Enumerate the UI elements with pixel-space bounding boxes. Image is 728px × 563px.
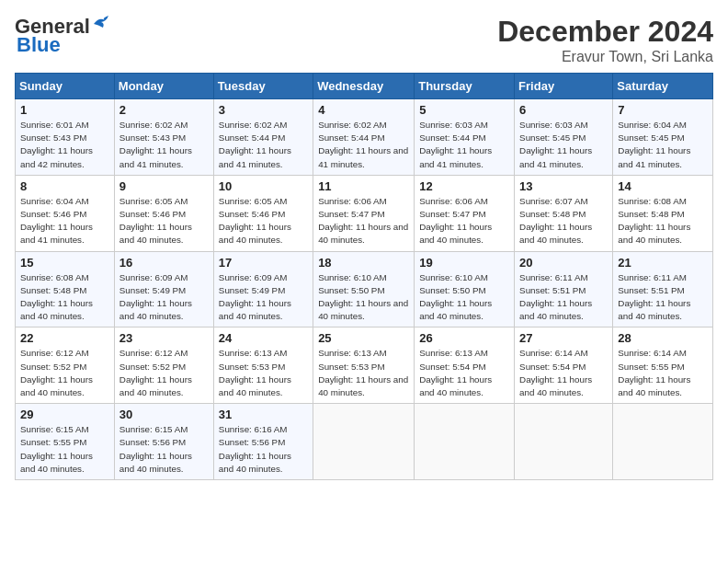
col-monday: Monday xyxy=(114,74,213,99)
day-info: Sunrise: 6:12 AM Sunset: 5:52 PM Dayligh… xyxy=(119,347,209,399)
calendar-header-row: Sunday Monday Tuesday Wednesday Thursday… xyxy=(16,74,713,99)
calendar-day-cell: 21 Sunrise: 6:11 AM Sunset: 5:51 PM Dayl… xyxy=(613,251,713,327)
day-info: Sunrise: 6:07 AM Sunset: 5:48 PM Dayligh… xyxy=(519,195,608,247)
title-block: December 2024 Eravur Town, Sri Lanka xyxy=(497,15,713,65)
calendar-day-cell: 24 Sunrise: 6:13 AM Sunset: 5:53 PM Dayl… xyxy=(213,327,313,404)
calendar-day-cell: 30 Sunrise: 6:15 AM Sunset: 5:56 PM Dayl… xyxy=(114,404,213,480)
day-number: 7 xyxy=(618,103,708,117)
calendar-day-cell: 5 Sunrise: 6:03 AM Sunset: 5:44 PM Dayli… xyxy=(415,99,515,176)
day-number: 9 xyxy=(119,179,209,193)
day-info: Sunrise: 6:09 AM Sunset: 5:49 PM Dayligh… xyxy=(119,271,209,324)
day-number: 27 xyxy=(519,331,608,345)
day-info: Sunrise: 6:10 AM Sunset: 5:50 PM Dayligh… xyxy=(419,271,509,324)
day-number: 5 xyxy=(419,103,509,117)
day-number: 22 xyxy=(20,331,109,345)
day-number: 28 xyxy=(618,331,708,345)
col-friday: Friday xyxy=(515,74,613,99)
calendar-day-cell: 16 Sunrise: 6:09 AM Sunset: 5:49 PM Dayl… xyxy=(114,251,213,327)
calendar-day-cell: 10 Sunrise: 6:05 AM Sunset: 5:46 PM Dayl… xyxy=(213,175,313,251)
day-info: Sunrise: 6:03 AM Sunset: 5:44 PM Dayligh… xyxy=(419,119,509,171)
day-info: Sunrise: 6:09 AM Sunset: 5:49 PM Dayligh… xyxy=(219,271,308,324)
day-info: Sunrise: 6:10 AM Sunset: 5:50 PM Dayligh… xyxy=(318,271,409,324)
day-info: Sunrise: 6:16 AM Sunset: 5:56 PM Dayligh… xyxy=(219,423,308,476)
day-number: 25 xyxy=(318,331,409,345)
calendar-week-row: 8 Sunrise: 6:04 AM Sunset: 5:46 PM Dayli… xyxy=(16,175,713,251)
day-info: Sunrise: 6:15 AM Sunset: 5:56 PM Dayligh… xyxy=(119,423,209,476)
day-number: 17 xyxy=(219,256,308,270)
calendar-day-cell: 11 Sunrise: 6:06 AM Sunset: 5:47 PM Dayl… xyxy=(313,175,415,251)
page-subtitle: Eravur Town, Sri Lanka xyxy=(497,49,713,65)
calendar-day-cell: 27 Sunrise: 6:14 AM Sunset: 5:54 PM Dayl… xyxy=(515,327,613,404)
day-number: 31 xyxy=(219,408,308,421)
day-info: Sunrise: 6:11 AM Sunset: 5:51 PM Dayligh… xyxy=(519,271,608,324)
day-number: 16 xyxy=(119,256,209,270)
calendar-week-row: 29 Sunrise: 6:15 AM Sunset: 5:55 PM Dayl… xyxy=(16,404,713,480)
calendar-week-row: 15 Sunrise: 6:08 AM Sunset: 5:48 PM Dayl… xyxy=(16,251,713,327)
day-info: Sunrise: 6:05 AM Sunset: 5:46 PM Dayligh… xyxy=(119,195,209,247)
col-tuesday: Tuesday xyxy=(213,74,313,99)
calendar-day-cell: 19 Sunrise: 6:10 AM Sunset: 5:50 PM Dayl… xyxy=(415,251,515,327)
day-number: 1 xyxy=(20,103,109,117)
day-info: Sunrise: 6:12 AM Sunset: 5:52 PM Dayligh… xyxy=(20,347,109,399)
day-number: 26 xyxy=(419,331,509,345)
calendar-day-cell: 2 Sunrise: 6:02 AM Sunset: 5:43 PM Dayli… xyxy=(114,99,213,176)
day-info: Sunrise: 6:01 AM Sunset: 5:43 PM Dayligh… xyxy=(20,119,109,171)
logo: General Blue xyxy=(15,15,112,57)
calendar-day-cell: 22 Sunrise: 6:12 AM Sunset: 5:52 PM Dayl… xyxy=(16,327,115,404)
logo-blue: Blue xyxy=(17,33,61,57)
day-number: 18 xyxy=(318,256,409,270)
calendar-day-cell xyxy=(613,404,713,480)
day-number: 3 xyxy=(219,103,308,117)
day-number: 11 xyxy=(318,179,409,193)
calendar-day-cell: 1 Sunrise: 6:01 AM Sunset: 5:43 PM Dayli… xyxy=(16,99,115,176)
col-sunday: Sunday xyxy=(16,74,115,99)
day-info: Sunrise: 6:08 AM Sunset: 5:48 PM Dayligh… xyxy=(618,195,708,247)
calendar-day-cell: 28 Sunrise: 6:14 AM Sunset: 5:55 PM Dayl… xyxy=(613,327,713,404)
day-number: 8 xyxy=(20,179,109,193)
calendar-day-cell: 9 Sunrise: 6:05 AM Sunset: 5:46 PM Dayli… xyxy=(114,175,213,251)
calendar-day-cell: 31 Sunrise: 6:16 AM Sunset: 5:56 PM Dayl… xyxy=(213,404,313,480)
day-number: 13 xyxy=(519,179,608,193)
day-info: Sunrise: 6:06 AM Sunset: 5:47 PM Dayligh… xyxy=(419,195,509,247)
calendar-day-cell: 7 Sunrise: 6:04 AM Sunset: 5:45 PM Dayli… xyxy=(613,99,713,176)
day-info: Sunrise: 6:11 AM Sunset: 5:51 PM Dayligh… xyxy=(618,271,708,324)
day-info: Sunrise: 6:06 AM Sunset: 5:47 PM Dayligh… xyxy=(318,195,409,247)
day-info: Sunrise: 6:02 AM Sunset: 5:43 PM Dayligh… xyxy=(119,119,209,171)
calendar-day-cell: 26 Sunrise: 6:13 AM Sunset: 5:54 PM Dayl… xyxy=(415,327,515,404)
day-info: Sunrise: 6:13 AM Sunset: 5:54 PM Dayligh… xyxy=(419,347,509,399)
day-number: 24 xyxy=(219,331,308,345)
col-thursday: Thursday xyxy=(415,74,515,99)
calendar-day-cell: 4 Sunrise: 6:02 AM Sunset: 5:44 PM Dayli… xyxy=(313,99,415,176)
calendar-day-cell: 29 Sunrise: 6:15 AM Sunset: 5:55 PM Dayl… xyxy=(16,404,115,480)
calendar-day-cell: 3 Sunrise: 6:02 AM Sunset: 5:44 PM Dayli… xyxy=(213,99,313,176)
col-saturday: Saturday xyxy=(613,74,713,99)
page-header: General Blue December 2024 Eravur Town, … xyxy=(15,15,713,65)
day-info: Sunrise: 6:05 AM Sunset: 5:46 PM Dayligh… xyxy=(219,195,308,247)
calendar-day-cell: 25 Sunrise: 6:13 AM Sunset: 5:53 PM Dayl… xyxy=(313,327,415,404)
calendar-day-cell: 14 Sunrise: 6:08 AM Sunset: 5:48 PM Dayl… xyxy=(613,175,713,251)
day-number: 23 xyxy=(119,331,209,345)
day-number: 10 xyxy=(219,179,308,193)
calendar-day-cell: 15 Sunrise: 6:08 AM Sunset: 5:48 PM Dayl… xyxy=(16,251,115,327)
day-number: 6 xyxy=(519,103,608,117)
day-info: Sunrise: 6:04 AM Sunset: 5:45 PM Dayligh… xyxy=(618,119,708,171)
calendar-table: Sunday Monday Tuesday Wednesday Thursday… xyxy=(15,73,713,480)
calendar-day-cell: 23 Sunrise: 6:12 AM Sunset: 5:52 PM Dayl… xyxy=(114,327,213,404)
day-number: 2 xyxy=(119,103,209,117)
calendar-day-cell xyxy=(515,404,613,480)
day-info: Sunrise: 6:13 AM Sunset: 5:53 PM Dayligh… xyxy=(318,347,409,399)
day-info: Sunrise: 6:13 AM Sunset: 5:53 PM Dayligh… xyxy=(219,347,308,399)
calendar-day-cell: 18 Sunrise: 6:10 AM Sunset: 5:50 PM Dayl… xyxy=(313,251,415,327)
day-number: 29 xyxy=(20,408,109,421)
day-number: 20 xyxy=(519,256,608,270)
day-info: Sunrise: 6:03 AM Sunset: 5:45 PM Dayligh… xyxy=(519,119,608,171)
day-number: 12 xyxy=(419,179,509,193)
day-number: 19 xyxy=(419,256,509,270)
calendar-day-cell: 8 Sunrise: 6:04 AM Sunset: 5:46 PM Dayli… xyxy=(16,175,115,251)
calendar-day-cell xyxy=(415,404,515,480)
day-number: 21 xyxy=(618,256,708,270)
calendar-day-cell: 12 Sunrise: 6:06 AM Sunset: 5:47 PM Dayl… xyxy=(415,175,515,251)
calendar-day-cell: 17 Sunrise: 6:09 AM Sunset: 5:49 PM Dayl… xyxy=(213,251,313,327)
calendar-day-cell: 20 Sunrise: 6:11 AM Sunset: 5:51 PM Dayl… xyxy=(515,251,613,327)
day-info: Sunrise: 6:02 AM Sunset: 5:44 PM Dayligh… xyxy=(219,119,308,171)
